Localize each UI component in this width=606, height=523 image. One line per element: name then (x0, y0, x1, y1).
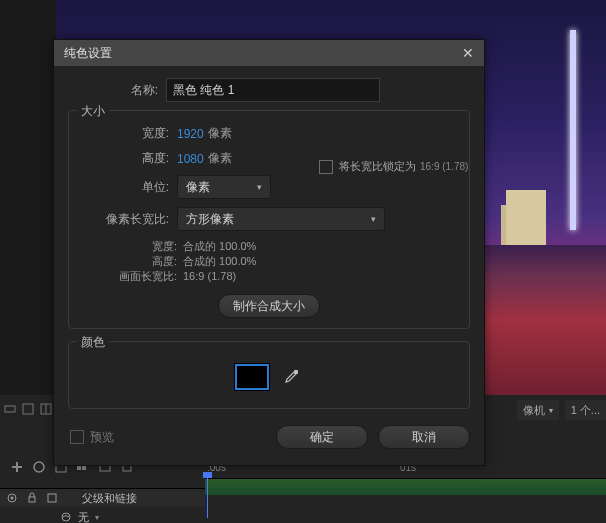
size-fieldset: 大小 宽度: 1920 像素 高度: 1080 像素 将长宽比锁定为 16:9 … (68, 110, 470, 329)
width-label: 宽度: (79, 125, 177, 142)
comp-info-block: 宽度: 高度: 画面长宽比: 合成的 100.0% 合成的 100.0% 16:… (79, 239, 459, 284)
unit-select-value: 像素 (186, 179, 210, 196)
frame-ar-label: 画面长宽比: (79, 269, 177, 284)
solid-settings-dialog: 纯色设置 ✕ 名称: 大小 宽度: 1920 像素 高度: 1080 像素 将长… (53, 39, 485, 466)
make-comp-size-label: 制作合成大小 (233, 298, 305, 315)
ok-button[interactable]: 确定 (276, 425, 368, 449)
panel-icon-3[interactable] (40, 403, 52, 415)
dialog-titlebar[interactable]: 纯色设置 ✕ (54, 40, 484, 66)
width-unit: 像素 (208, 125, 232, 142)
timeline-layer-row[interactable]: 无 ▾ (0, 507, 205, 523)
dialog-actions: 确定 取消 (276, 421, 470, 453)
chevron-down-icon: ▾ (549, 406, 553, 415)
lock-aspect-checkbox[interactable] (319, 160, 333, 174)
name-input[interactable] (166, 78, 380, 102)
chevron-down-icon: ▾ (371, 214, 376, 224)
unit-select[interactable]: 像素 ▾ (177, 175, 271, 199)
color-legend: 颜色 (77, 334, 109, 351)
tool-icon-2[interactable] (32, 460, 44, 472)
unit-row: 单位: 像素 ▾ (79, 175, 459, 199)
par-label: 像素长宽比: (79, 211, 177, 228)
dialog-title: 纯色设置 (64, 45, 112, 62)
height-value[interactable]: 1080 (177, 152, 204, 166)
views-dropdown[interactable]: 1 个... (565, 400, 606, 420)
size-legend: 大小 (77, 103, 109, 120)
camera-dropdown[interactable]: 像机 ▾ (517, 400, 559, 420)
svg-rect-14 (23, 404, 33, 414)
bg-tower (570, 30, 576, 230)
svg-rect-10 (29, 497, 35, 502)
eye-icon[interactable] (6, 492, 18, 504)
lock-aspect-row: 将长宽比锁定为 16:9 (1.78) (319, 159, 468, 174)
cancel-button[interactable]: 取消 (378, 425, 470, 449)
comp-height-label: 高度: (79, 254, 177, 269)
preview-label: 预览 (90, 429, 114, 446)
ok-button-label: 确定 (310, 429, 334, 446)
eyedropper-button[interactable] (279, 365, 303, 389)
lock-aspect-label: 将长宽比锁定为 (339, 159, 416, 174)
timeline-header-row: 父级和链接 (0, 488, 205, 507)
name-row: 名称: (68, 78, 470, 102)
chevron-down-icon: ▾ (95, 513, 99, 522)
lock-icon[interactable] (26, 492, 38, 504)
svg-rect-13 (5, 406, 15, 412)
lock-aspect-ratio: 16:9 (1.78) (420, 161, 468, 172)
eyedropper-icon (283, 369, 299, 385)
name-label: 名称: (68, 82, 166, 99)
cube-icon[interactable] (46, 492, 58, 504)
svg-rect-11 (48, 494, 56, 502)
svg-point-2 (34, 462, 44, 472)
svg-rect-17 (294, 370, 298, 374)
comp-width-label: 宽度: (79, 239, 177, 254)
svg-rect-1 (16, 462, 18, 472)
parent-link-value[interactable]: 无 (78, 510, 89, 524)
preview-checkbox[interactable] (70, 430, 84, 444)
camera-dropdown-label: 像机 (523, 403, 545, 418)
svg-point-9 (11, 497, 14, 500)
timeline-playhead[interactable] (207, 478, 208, 518)
timeline-track[interactable] (205, 478, 606, 495)
timeline-left-columns: 父级和链接 无 ▾ (0, 488, 205, 523)
par-select-value: 方形像素 (186, 211, 234, 228)
comp-width-value: 合成的 100.0% (183, 239, 256, 254)
make-comp-size-button[interactable]: 制作合成大小 (218, 294, 320, 318)
bg-buildings (506, 190, 546, 245)
parent-column-header: 父级和链接 (82, 491, 137, 506)
par-row: 像素长宽比: 方形像素 ▾ (79, 207, 459, 231)
color-swatch[interactable] (235, 364, 269, 390)
comp-height-value: 合成的 100.0% (183, 254, 256, 269)
link-icon[interactable] (60, 511, 72, 523)
panel-icon-1[interactable] (4, 403, 16, 415)
unit-label: 单位: (79, 179, 177, 196)
preview-row: 预览 (68, 425, 114, 450)
panel-switch-icons (4, 403, 52, 415)
close-icon[interactable]: ✕ (462, 45, 474, 61)
par-select[interactable]: 方形像素 ▾ (177, 207, 385, 231)
width-row: 宽度: 1920 像素 (79, 125, 459, 142)
cancel-button-label: 取消 (412, 429, 436, 446)
height-label: 高度: (79, 150, 177, 167)
color-fieldset: 颜色 (68, 341, 470, 409)
frame-ar-value: 16:9 (1.78) (183, 269, 256, 284)
views-dropdown-label: 1 个... (571, 403, 600, 418)
viewer-bottom-controls: 像机 ▾ 1 个... (517, 400, 606, 420)
height-unit: 像素 (208, 150, 232, 167)
width-value[interactable]: 1920 (177, 127, 204, 141)
chevron-down-icon: ▾ (257, 182, 262, 192)
tool-icon-1[interactable] (10, 460, 22, 472)
panel-icon-2[interactable] (22, 403, 34, 415)
